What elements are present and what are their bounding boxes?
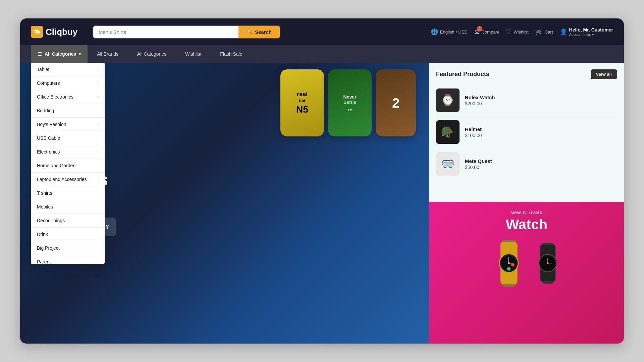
nav-link-flash-sale[interactable]: Flash Sale — [211, 45, 252, 63]
dropdown-item[interactable]: Laptop and Accessories› — [31, 173, 105, 186]
language-selector[interactable]: 🌐 English • USD — [431, 28, 468, 36]
product-item[interactable]: 🪖 Helmet $100.00 — [436, 116, 617, 148]
new-arrivals-label: New Arrivals — [511, 210, 543, 215]
featured-products-panel: Featured Products View all ⌚ Rolex Watch… — [429, 63, 624, 202]
menu-icon: ☰ — [38, 51, 42, 57]
dropdown-item[interactable]: Mobiles — [31, 200, 105, 214]
chevron-right-icon: › — [97, 67, 99, 72]
nav-link-wishlist[interactable]: Wishlist — [176, 45, 211, 63]
user-info: Hello, Mr. Customer Account Lists ▾ — [569, 27, 613, 37]
chevron-right-icon: › — [97, 81, 99, 85]
user-menu[interactable]: 👤 Hello, Mr. Customer Account Lists ▾ — [560, 27, 613, 37]
product-name: Rolex Watch — [465, 95, 495, 100]
product-price: $100.00 — [465, 133, 482, 138]
compare-count: 2 — [477, 26, 482, 32]
chevron-down-icon: ▾ — [79, 52, 81, 56]
watch-display-black — [533, 241, 563, 286]
nav-link-all-categories[interactable]: All Categories — [128, 45, 176, 63]
user-icon: 👤 — [560, 28, 567, 36]
compare-button[interactable]: ⚖ 2 Compare — [474, 28, 499, 36]
product-details: Helmet $100.00 — [465, 126, 482, 138]
dropdown-item[interactable]: Electronics› — [31, 145, 105, 159]
watch-display-gold — [490, 238, 527, 290]
new-arrivals-title: Watch — [506, 217, 547, 233]
featured-header: Featured Products View all — [436, 69, 617, 79]
search-input[interactable] — [93, 26, 238, 38]
product-details: Meta Quest $50.00 — [465, 158, 492, 170]
chevron-right-icon: › — [97, 122, 99, 127]
dropdown-item[interactable]: Drink — [31, 228, 105, 241]
dropdown-item[interactable]: Big Project — [31, 241, 105, 255]
search-bar: 🔍 Search — [93, 25, 280, 39]
product-item[interactable]: 🥽 Meta Quest $50.00 — [436, 148, 617, 180]
dropdown-item[interactable]: Parent — [31, 255, 105, 264]
main-content: tphones ₹5,299 🚚 PAY ON DELIVERY real na… — [20, 63, 624, 344]
hero-phones: real nar N5 Never Settle ●● 2 — [280, 69, 416, 136]
logo-text: Cliqbuy — [46, 27, 77, 37]
cart-icon: 🛒 — [535, 28, 543, 36]
product-details: Rolex Watch $200.00 — [465, 95, 495, 106]
product-list: ⌚ Rolex Watch $200.00 🪖 Helmet $100.00 🥽… — [436, 84, 617, 180]
svg-point-8 — [511, 263, 515, 266]
new-arrivals-panel: New Arrivals Watch — [429, 202, 624, 344]
featured-title: Featured Products — [436, 71, 489, 78]
dropdown-item[interactable]: Boy's Fashion› — [31, 118, 105, 131]
product-image: 🥽 — [436, 152, 460, 176]
search-button[interactable]: 🔍 Search — [238, 26, 280, 38]
dropdown-item[interactable]: Bedding — [31, 104, 105, 118]
dropdown-item[interactable]: Tablet› — [31, 63, 105, 76]
header-actions: 🌐 English • USD ⚖ 2 Compare ♡ Wishlist 🛒… — [431, 27, 613, 37]
globe-icon: 🌐 — [431, 28, 438, 36]
product-name: Helmet — [465, 126, 482, 132]
product-item[interactable]: ⌚ Rolex Watch $200.00 — [436, 84, 617, 116]
svg-point-7 — [508, 262, 510, 264]
product-price: $50.00 — [465, 165, 492, 170]
svg-point-17 — [547, 262, 549, 264]
heart-icon: ♡ — [506, 28, 512, 36]
logo[interactable]: 🛍 Cliqbuy — [31, 26, 85, 38]
chevron-right-icon: › — [97, 95, 99, 99]
dropdown-item[interactable]: Computers› — [31, 76, 105, 90]
all-categories-button[interactable]: ☰ All Categories ▾ — [31, 45, 88, 63]
product-image: 🪖 — [436, 120, 460, 144]
svg-rect-12 — [543, 281, 553, 284]
dropdown-item[interactable]: Home and Garden — [31, 159, 105, 173]
svg-rect-2 — [503, 284, 515, 287]
cart-button[interactable]: 🛒 Cart — [535, 28, 553, 36]
phone-card-1: real nar N5 — [280, 69, 324, 136]
wishlist-button[interactable]: ♡ Wishlist — [506, 28, 529, 36]
svg-rect-1 — [503, 240, 515, 242]
svg-rect-11 — [543, 243, 553, 245]
dropdown-item[interactable]: Decor Things — [31, 214, 105, 228]
phone-card-2: Never Settle ●● — [328, 69, 372, 136]
dropdown-item[interactable]: T shirts — [31, 186, 105, 200]
nav-link-all-brands[interactable]: All Brands — [88, 45, 128, 63]
product-price: $200.00 — [465, 101, 495, 106]
dropdown-item[interactable]: USB Cable — [31, 131, 105, 145]
nav: ☰ All Categories ▾ All Brands All Catego… — [20, 45, 624, 63]
chevron-right-icon: › — [97, 177, 99, 182]
chevron-right-icon: › — [97, 149, 99, 154]
right-panels: Featured Products View all ⌚ Rolex Watch… — [429, 63, 624, 344]
product-name: Meta Quest — [465, 158, 492, 164]
search-icon: 🔍 — [247, 29, 253, 35]
phone-card-3: 2 — [376, 69, 416, 136]
product-image: ⌚ — [436, 88, 460, 112]
svg-point-9 — [507, 267, 511, 270]
dropdown-item[interactable]: Office Electronics› — [31, 90, 105, 104]
view-all-button[interactable]: View all — [591, 69, 617, 79]
logo-icon: 🛍 — [31, 26, 43, 38]
header: 🛍 Cliqbuy 🔍 Search 🌐 English • USD ⚖ 2 C… — [20, 18, 624, 45]
nav-links: All Brands All Categories Wishlist Flash… — [88, 45, 252, 63]
categories-dropdown: Tablet›Computers›Office Electronics›Bedd… — [31, 63, 105, 264]
